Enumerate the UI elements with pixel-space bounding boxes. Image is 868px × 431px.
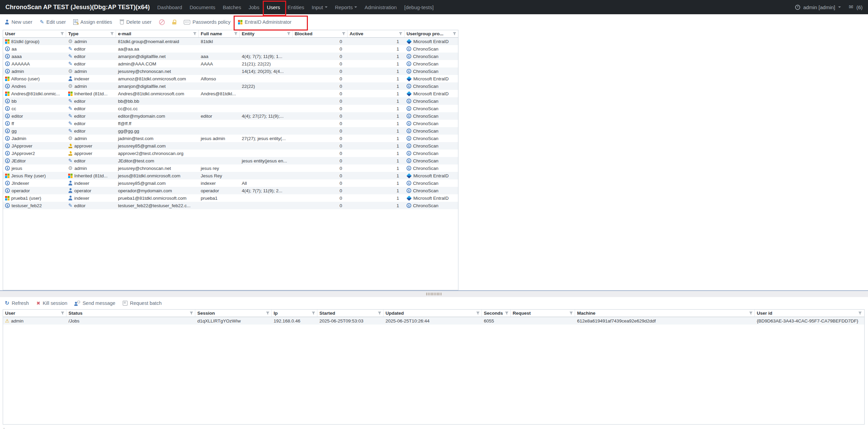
filter-icon[interactable] (60, 32, 64, 36)
email-cell-text: 81tdkl.group@noemail.entraid (118, 39, 179, 44)
email-cell-text: ff@ff.ff (118, 121, 131, 126)
user-row[interactable]: operadoroperatoroperador@mydomain.comope… (3, 187, 458, 194)
filter-icon[interactable] (858, 311, 862, 315)
user-row[interactable]: testuser_feb22✎editortestuser_feb22@test… (3, 202, 458, 209)
nav-item-reports[interactable]: Reports (335, 4, 357, 10)
filter-icon[interactable] (453, 32, 456, 36)
blocked-cell-text: 0 (339, 76, 342, 81)
delete-user-button[interactable]: Delete user (120, 19, 152, 25)
user-row[interactable]: Andres@81tdkl.onmic...Inherited (81td...… (3, 90, 458, 97)
message-count[interactable]: (6) (856, 4, 863, 10)
filter-icon[interactable] (312, 311, 315, 315)
user-row[interactable]: Jesus Rey (user)Inherited (81td...jesus@… (3, 172, 458, 179)
user-row[interactable]: JEditor✎editorJEditor@test.comjesus enti… (3, 157, 458, 164)
user-row[interactable]: JApprover2approverapprover2@test.chronos… (3, 150, 458, 157)
nav-item-administration[interactable]: Administration (364, 4, 397, 10)
session-row[interactable]: ⚠admin/Jobsd1qXLLIRTgYOzWIw192.168.0.462… (3, 317, 864, 325)
column-header-full-name[interactable]: Full name (199, 30, 240, 37)
updated-cell: 2025-06-25T10:26:44 (383, 317, 482, 325)
column-header-request[interactable]: Request (511, 310, 575, 317)
active-cell: 1 (348, 142, 405, 150)
column-header-entity[interactable]: Entity (240, 30, 293, 37)
new-user-button[interactable]: New user (5, 19, 32, 25)
provider-cell: ChronoScan (405, 82, 458, 90)
filter-icon[interactable] (110, 32, 114, 36)
filter-icon[interactable] (749, 311, 753, 315)
filter-icon[interactable] (378, 311, 381, 315)
column-header-status[interactable]: Status (66, 310, 195, 317)
user-menu[interactable]: admin [admin] (803, 4, 835, 10)
messages-icon[interactable]: ✉ (849, 4, 853, 10)
nav-item-jobs[interactable]: Jobs (249, 4, 259, 10)
user-row[interactable]: 81tdkl (group)⚙admin81tdkl.group@noemail… (3, 38, 458, 45)
column-header-seconds[interactable]: Seconds (482, 310, 511, 317)
nav-item-batches[interactable]: Batches (223, 4, 241, 10)
user-row[interactable]: JIndexerindexerjesusrey85@gmail.comindex… (3, 179, 458, 187)
blocked-cell: 0 (293, 60, 348, 67)
nav-item-entities[interactable]: Entities (288, 4, 304, 10)
nav-item-documents[interactable]: Documents (190, 4, 215, 10)
filter-icon[interactable] (505, 311, 509, 315)
entraid-admin-button[interactable]: EntraID Administrator (238, 19, 292, 25)
kill-session-button[interactable]: ✖Kill session (36, 300, 67, 306)
user-row[interactable]: gg✎editorgg@gg.gg01ChronoScan (3, 127, 458, 135)
column-header-machine[interactable]: Machine (575, 310, 755, 317)
nav-item-users[interactable]: Users (267, 4, 280, 10)
user-row[interactable]: editor✎editoreditor@mydomain.comeditor4(… (3, 112, 458, 120)
column-header-type[interactable]: Type (66, 30, 116, 37)
filter-icon[interactable] (287, 32, 291, 36)
request-batch-button[interactable]: Request batch (123, 300, 162, 306)
user-row[interactable]: cc✎editorcc@cc.cc01ChronoScan (3, 105, 458, 112)
column-header-blocked[interactable]: Blocked (293, 30, 348, 37)
column-header-user-id[interactable]: User id (755, 310, 864, 317)
column-header-user[interactable]: User (3, 30, 66, 37)
full-name-cell (199, 45, 240, 53)
user-row[interactable]: AAAAAA✎editoradmin@AAA.COMAAAA21(21); 22… (3, 60, 458, 67)
column-header-e-mail[interactable]: e-mail (116, 30, 199, 37)
user-row[interactable]: aaaa✎editoramanjon@digitalfile.netaaa4(4… (3, 53, 458, 60)
user-row[interactable]: ff✎editorff@ff.ff01ChronoScan (3, 120, 458, 127)
column-header-ip[interactable]: Ip (272, 310, 317, 317)
user-row[interactable]: Jadmin⚙adminjadmin@test.comjesus admin27… (3, 135, 458, 142)
column-header-session[interactable]: Session (195, 310, 272, 317)
lock-user-button[interactable] (172, 20, 176, 24)
user-row[interactable]: Andres⚙adminamanjon@digitalfile.net22(22… (3, 82, 458, 90)
filter-icon[interactable] (190, 311, 193, 315)
filter-icon[interactable] (61, 311, 64, 315)
type-cell-text: approver (74, 143, 92, 149)
filter-icon[interactable] (399, 32, 402, 36)
column-header-user-group-pro[interactable]: User/group pro... (405, 30, 458, 37)
filter-icon[interactable] (476, 311, 480, 315)
column-header-updated[interactable]: Updated (383, 310, 482, 317)
assign-entities-button[interactable]: Assign entities (73, 19, 112, 25)
user-row[interactable]: Alfonso (user)indexeramunoz@81tdkl.onmic… (3, 75, 458, 82)
user-row[interactable]: aa✎editoraa@aa.aa01ChronoScan (3, 45, 458, 53)
entity-cell-text: 21(21); 22(22) (242, 61, 271, 66)
user-row[interactable]: bb✎editorbb@bb.bb01ChronoScan (3, 97, 458, 105)
chrono-icon (5, 61, 10, 66)
column-header-started[interactable]: Started (317, 310, 383, 317)
entra-icon (407, 173, 412, 178)
filter-icon[interactable] (234, 32, 238, 36)
splitter-handle[interactable] (426, 293, 442, 295)
filter-icon[interactable] (266, 311, 270, 315)
refresh-button[interactable]: ↻Refresh (5, 300, 29, 306)
user-row[interactable]: admin⚙adminjesusrey@chronoscan.net14(14)… (3, 67, 458, 75)
user-row[interactable]: jesus⚙adminjesusrey@chronoscan.netjesus … (3, 164, 458, 172)
block-user-button[interactable] (159, 19, 165, 25)
passwords-policy-button[interactable]: Passwords policy (184, 19, 231, 25)
gear-icon: ⚙ (68, 166, 73, 171)
column-header-user[interactable]: User (3, 310, 66, 317)
nav-item-debug-tests[interactable]: [debug-tests] (404, 4, 434, 10)
filter-icon[interactable] (569, 311, 573, 315)
edit-user-button[interactable]: ✎Edit user (40, 19, 66, 25)
send-message-button[interactable]: Send message (75, 300, 115, 306)
user-row[interactable]: JApproverapproverjesusrey85@gmail.com01C… (3, 142, 458, 150)
nav-item-dashboard[interactable]: Dashboard (157, 4, 182, 10)
provider-cell-text: ChronoScan (413, 69, 438, 74)
column-header-active[interactable]: Active (348, 30, 405, 37)
filter-icon[interactable] (342, 32, 346, 36)
nav-item-input[interactable]: Input (312, 4, 327, 10)
user-row[interactable]: prueba1 (user)indexerprueba1@81tdkl.onmi… (3, 194, 458, 202)
filter-icon[interactable] (193, 32, 197, 36)
